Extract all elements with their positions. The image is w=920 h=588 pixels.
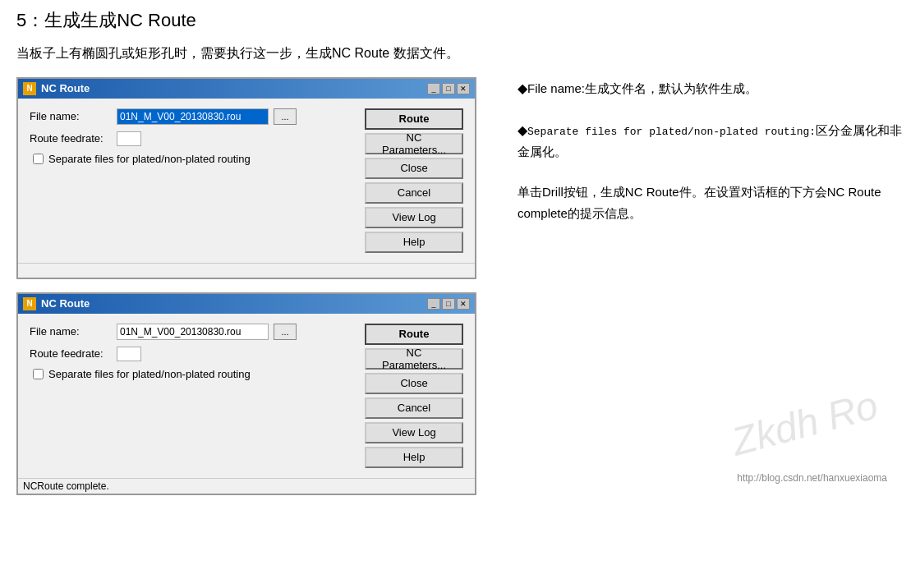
viewlog-button-2[interactable]: View Log [365, 422, 463, 443]
filename-label-1: File name: [30, 110, 112, 122]
dialog-body-1: File name: ... Route feedrate: Separate … [18, 99, 475, 263]
cancel-button-2[interactable]: Cancel [365, 397, 463, 419]
dialog-buttons-2: Route NC Parameters... Close Cancel View… [365, 324, 463, 468]
feedrate-input-2[interactable] [117, 347, 141, 361]
cancel-button-1[interactable]: Cancel [365, 182, 463, 204]
route-button-1[interactable]: Route [365, 108, 463, 130]
nc-route-dialog-2: N NC Route _ □ ✕ File name: [16, 292, 476, 495]
close-dialog-button-2[interactable]: Close [365, 373, 463, 394]
page-title: 5：生成生成NC Route [16, 8, 904, 33]
route-button-2[interactable]: Route [365, 324, 463, 345]
restore-button-1[interactable]: □ [442, 83, 455, 94]
minimize-button-1[interactable]: _ [427, 83, 440, 94]
separate-files-checkbox-2[interactable] [33, 369, 44, 379]
nc-params-button-2[interactable]: NC Parameters... [365, 348, 463, 370]
filename-input-2[interactable] [117, 324, 269, 340]
page-description: 当板子上有椭圆孔或矩形孔时，需要执行这一步，生成NC Route 数据文件。 [16, 43, 904, 64]
help-button-1[interactable]: Help [365, 232, 463, 253]
desc-block-2: ◆Separate files for plated/non-plated ro… [518, 119, 904, 163]
browse-button-2[interactable]: ... [274, 324, 297, 340]
nc-route-dialog-1: N NC Route _ □ ✕ File name: [16, 77, 476, 279]
desc3-text: 单击Drill按钮，生成NC Route件。在设置对话框的下方会NC Route… [518, 185, 881, 220]
dialog-controls-1: _ □ ✕ [427, 83, 470, 94]
statusbar-2: NCRoute complete. [18, 478, 475, 494]
separate-files-label-2: Separate files for plated/non-plated rou… [48, 368, 251, 380]
feedrate-input-1[interactable] [117, 131, 141, 146]
dialog-app-icon-1: N [23, 82, 36, 95]
description-section: ◆File name:生成文件名，默认为软件生成。 ◆Separate file… [509, 77, 904, 495]
close-dialog-button-1[interactable]: Close [365, 158, 463, 179]
dialog-body-2: File name: ... Route feedrate: Separate … [18, 314, 475, 478]
desc-block-3: 单击Drill按钮，生成NC Route件。在设置对话框的下方会NC Route… [518, 181, 904, 223]
bullet-2: ◆ [518, 123, 527, 137]
separate-files-checkbox-1[interactable] [33, 154, 44, 164]
dialog-buttons-1: Route NC Parameters... Close Cancel View… [365, 108, 463, 253]
dialog-app-icon-2: N [23, 297, 36, 310]
desc2-prefix: Separate files for plated/non-plated rou… [527, 126, 816, 138]
separate-files-label-1: Separate files for plated/non-plated rou… [48, 153, 251, 165]
dialog-titlebar-1: N NC Route _ □ ✕ [18, 79, 475, 99]
dialog-controls-2: _ □ ✕ [427, 298, 470, 310]
desc1-prefix: File name: [527, 81, 585, 95]
filename-input-1[interactable] [117, 108, 269, 125]
bullet-1: ◆ [518, 81, 527, 95]
dialog-title-text-2: NC Route [41, 297, 90, 310]
desc-block-1: ◆File name:生成文件名，默认为软件生成。 [518, 77, 904, 99]
help-button-2[interactable]: Help [365, 447, 463, 468]
dialog-title-text-1: NC Route [41, 82, 90, 94]
feedrate-label-1: Route feedrate: [30, 132, 112, 145]
restore-button-2[interactable]: □ [442, 298, 455, 310]
minimize-button-2[interactable]: _ [427, 298, 440, 310]
dialog-section: N NC Route _ □ ✕ File name: [16, 77, 493, 495]
nc-params-button-1[interactable]: NC Parameters... [365, 133, 463, 154]
viewlog-button-1[interactable]: View Log [365, 207, 463, 228]
statusbar-1 [18, 263, 475, 278]
url-text: http://blog.csdn.net/hanxuexiaoma [737, 472, 887, 484]
feedrate-label-2: Route feedrate: [30, 347, 112, 360]
dialog-titlebar-2: N NC Route _ □ ✕ [18, 294, 475, 314]
browse-button-1[interactable]: ... [274, 108, 297, 125]
desc1-text: 生成文件名，默认为软件生成。 [585, 81, 757, 95]
close-button-2[interactable]: ✕ [457, 298, 470, 310]
filename-label-2: File name: [30, 325, 112, 338]
close-button-1[interactable]: ✕ [457, 83, 470, 94]
